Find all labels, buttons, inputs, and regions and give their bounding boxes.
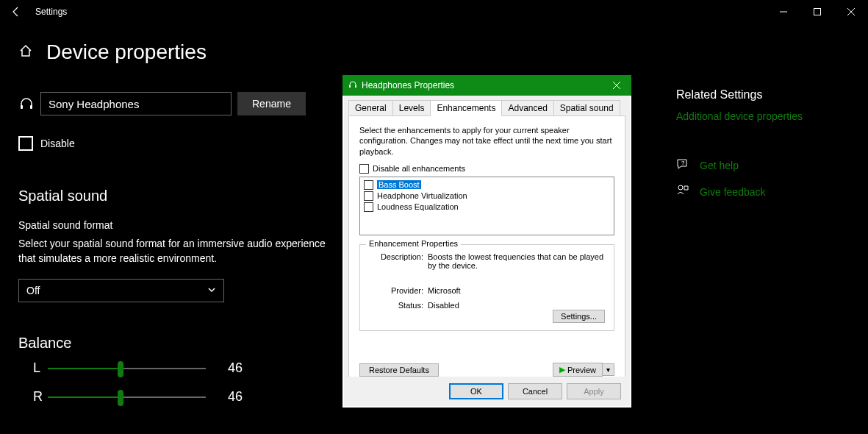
enhancement-properties-legend: Enhancement Properties bbox=[366, 239, 461, 248]
status-value: Disabled bbox=[428, 301, 605, 310]
disable-all-enhancements-checkbox[interactable] bbox=[359, 164, 369, 174]
dialog-close-button[interactable] bbox=[602, 75, 631, 96]
tab-levels[interactable]: Levels bbox=[392, 100, 431, 115]
enhancement-headphone-virtualization[interactable]: Headphone Virtualization bbox=[362, 191, 611, 202]
spatial-sound-description: Select your spatial sound format for an … bbox=[18, 237, 342, 266]
description-label: Description: bbox=[369, 252, 428, 270]
balance-right-value: 46 bbox=[228, 389, 243, 405]
help-icon: ? bbox=[676, 157, 689, 174]
arrow-left-icon bbox=[10, 6, 22, 18]
related-settings-heading: Related Settings bbox=[676, 88, 853, 102]
ok-button[interactable]: OK bbox=[449, 383, 503, 399]
spatial-sound-format-label: Spatial sound format bbox=[18, 219, 342, 231]
bass-boost-checkbox[interactable] bbox=[364, 180, 373, 190]
enhancements-intro-text: Select the enhancements to apply for you… bbox=[359, 125, 614, 157]
description-value: Boosts the lowest frequencies that can b… bbox=[428, 252, 605, 270]
additional-device-properties-link[interactable]: Additional device properties bbox=[676, 110, 853, 122]
loudness-equalization-label: Loudness Equalization bbox=[377, 202, 459, 211]
chevron-down-icon bbox=[207, 285, 216, 296]
status-label: Status: bbox=[369, 301, 428, 310]
preview-dropdown-button[interactable]: ▾ bbox=[603, 363, 614, 376]
get-help-link[interactable]: ? Get help bbox=[676, 157, 853, 174]
svg-text:?: ? bbox=[681, 160, 685, 166]
tab-spatial-sound[interactable]: Spatial sound bbox=[553, 100, 620, 115]
give-feedback-label: Give feedback bbox=[700, 186, 766, 198]
tab-enhancements[interactable]: Enhancements bbox=[430, 100, 502, 116]
maximize-icon bbox=[814, 8, 821, 15]
enhancements-list[interactable]: Bass Boost Headphone Virtualization Loud… bbox=[359, 177, 614, 235]
preview-label: Preview bbox=[567, 366, 596, 374]
headphone-virtualization-checkbox[interactable] bbox=[364, 191, 373, 201]
disable-checkbox[interactable] bbox=[18, 136, 33, 151]
svg-rect-8 bbox=[349, 85, 351, 88]
bass-boost-label: Bass Boost bbox=[377, 180, 421, 189]
headphone-virtualization-label: Headphone Virtualization bbox=[377, 191, 467, 200]
headphones-properties-dialog: Headphones Properties General Levels Enh… bbox=[342, 75, 631, 408]
svg-point-7 bbox=[678, 185, 683, 190]
provider-value: Microsoft bbox=[428, 286, 605, 295]
svg-rect-9 bbox=[355, 85, 356, 88]
enhancement-settings-button[interactable]: Settings... bbox=[553, 310, 605, 323]
disable-label: Disable bbox=[40, 138, 75, 149]
enhancement-loudness-equalization[interactable]: Loudness Equalization bbox=[362, 202, 611, 213]
get-help-label: Get help bbox=[700, 160, 739, 171]
dialog-title: Headphones Properties bbox=[362, 80, 454, 90]
device-name-input[interactable] bbox=[40, 92, 232, 115]
maximize-button[interactable] bbox=[800, 0, 834, 24]
home-icon[interactable] bbox=[18, 43, 33, 62]
svg-rect-5 bbox=[30, 105, 32, 109]
back-button[interactable] bbox=[0, 0, 32, 24]
spatial-sound-selected: Off bbox=[26, 285, 40, 296]
svg-rect-1 bbox=[814, 9, 821, 15]
spatial-sound-dropdown[interactable]: Off bbox=[18, 279, 224, 302]
balance-left-label: L bbox=[18, 360, 40, 376]
balance-heading: Balance bbox=[18, 335, 243, 352]
tab-general[interactable]: General bbox=[348, 100, 393, 115]
close-icon bbox=[847, 8, 855, 15]
cancel-button[interactable]: Cancel bbox=[508, 383, 562, 399]
close-window-button[interactable] bbox=[834, 0, 868, 24]
balance-left-value: 46 bbox=[228, 360, 243, 376]
minimize-button[interactable] bbox=[767, 0, 800, 24]
dialog-titlebar[interactable]: Headphones Properties bbox=[342, 75, 631, 96]
apply-button[interactable]: Apply bbox=[567, 383, 621, 399]
balance-left-slider[interactable] bbox=[48, 361, 206, 376]
feedback-icon bbox=[676, 184, 689, 200]
enhancement-properties-group: Enhancement Properties Description: Boos… bbox=[359, 244, 614, 331]
play-icon: ▶ bbox=[559, 365, 565, 374]
disable-all-enhancements-label: Disable all enhancements bbox=[373, 164, 465, 173]
headphones-icon bbox=[18, 96, 35, 111]
tab-advanced[interactable]: Advanced bbox=[501, 100, 553, 115]
minimize-icon bbox=[780, 8, 787, 15]
enhancement-bass-boost[interactable]: Bass Boost bbox=[362, 179, 611, 191]
balance-right-label: R bbox=[18, 389, 40, 405]
window-title: Settings bbox=[32, 7, 67, 17]
rename-button[interactable]: Rename bbox=[237, 92, 306, 115]
give-feedback-link[interactable]: Give feedback bbox=[676, 184, 853, 200]
balance-right-slider[interactable] bbox=[48, 390, 206, 405]
restore-defaults-button[interactable]: Restore Defaults bbox=[359, 363, 439, 377]
page-title: Device properties bbox=[46, 40, 207, 64]
preview-button[interactable]: ▶ Preview bbox=[553, 363, 603, 377]
svg-rect-4 bbox=[21, 105, 23, 109]
provider-label: Provider: bbox=[369, 286, 428, 295]
headphones-small-icon bbox=[348, 80, 357, 91]
spatial-sound-heading: Spatial sound bbox=[18, 188, 342, 204]
loudness-equalization-checkbox[interactable] bbox=[364, 202, 373, 212]
close-icon bbox=[613, 82, 620, 89]
